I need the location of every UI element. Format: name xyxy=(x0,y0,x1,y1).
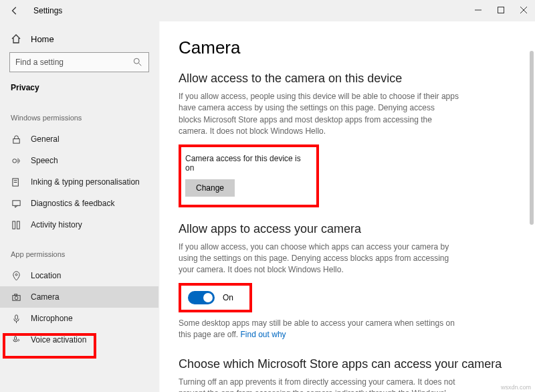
category-heading: Privacy xyxy=(0,80,158,95)
section2-heading: Allow apps to access your camera xyxy=(179,222,506,236)
svg-point-7 xyxy=(12,159,16,163)
annotation-highlight-change: Camera access for this device is on Chan… xyxy=(179,144,319,207)
page-title: Camera xyxy=(179,37,506,58)
search-input[interactable]: Find a setting xyxy=(9,52,149,72)
home-nav[interactable]: Home xyxy=(0,31,158,51)
svg-point-14 xyxy=(15,274,17,276)
back-button[interactable] xyxy=(5,1,24,20)
speech-icon xyxy=(11,155,21,166)
svg-rect-18 xyxy=(15,314,17,319)
arrow-left-icon xyxy=(10,6,19,15)
microphone-icon xyxy=(11,313,21,324)
svg-point-16 xyxy=(15,296,18,300)
section2-desc: If you allow access, you can choose whic… xyxy=(179,241,459,276)
svg-point-4 xyxy=(134,58,139,64)
svg-rect-17 xyxy=(14,294,17,295)
content-pane: Camera Allow access to the camera on thi… xyxy=(158,21,535,392)
feedback-icon xyxy=(11,198,21,209)
divider xyxy=(158,21,160,392)
sidebar-item-activity[interactable]: Activity history xyxy=(0,214,158,235)
section2-note: Some desktop apps may still be able to a… xyxy=(179,318,459,341)
sidebar-item-camera[interactable]: Camera xyxy=(0,286,158,308)
svg-rect-12 xyxy=(12,221,15,228)
scrollbar[interactable] xyxy=(530,51,534,225)
section3-heading: Choose which Microsoft Store apps can ac… xyxy=(179,357,506,371)
toggle-label: On xyxy=(223,293,233,302)
sidebar-item-microphone[interactable]: Microphone xyxy=(0,308,158,329)
minimize-button[interactable] xyxy=(467,0,490,20)
home-label: Home xyxy=(31,34,54,44)
sidebar-item-general[interactable]: General xyxy=(0,128,158,150)
search-placeholder: Find a setting xyxy=(15,58,64,67)
minimize-icon xyxy=(475,7,481,13)
apps-access-toggle[interactable] xyxy=(188,291,215,304)
sidebar-item-diagnostics[interactable]: Diagnostics & feedback xyxy=(0,193,158,214)
close-icon xyxy=(520,7,527,13)
inking-icon xyxy=(11,177,21,187)
annotation-highlight-toggle: On xyxy=(179,283,252,312)
svg-rect-11 xyxy=(12,200,19,205)
sidebar-item-speech[interactable]: Speech xyxy=(0,150,158,171)
watermark: wsxdn.com xyxy=(501,384,531,391)
close-button[interactable] xyxy=(512,0,535,20)
svg-rect-13 xyxy=(17,221,19,228)
find-out-why-link[interactable]: Find out why xyxy=(241,330,286,339)
group-app-permissions: App permissions xyxy=(0,250,158,258)
svg-line-5 xyxy=(139,64,142,66)
camera-icon xyxy=(11,292,21,302)
change-button[interactable]: Change xyxy=(185,179,235,197)
svg-rect-6 xyxy=(13,138,19,143)
voice-icon xyxy=(11,334,21,345)
svg-rect-19 xyxy=(14,336,16,340)
sidebar: Home Find a setting Privacy Windows perm… xyxy=(0,21,158,392)
section1-desc: If you allow access, people using this d… xyxy=(179,91,459,138)
sidebar-item-location[interactable]: Location xyxy=(0,265,158,286)
section3-desc: Turning off an app prevents it from dire… xyxy=(179,377,459,392)
window-title: Settings xyxy=(33,6,62,15)
sidebar-item-voice[interactable]: Voice activation xyxy=(0,329,158,351)
maximize-icon xyxy=(498,7,504,13)
group-windows-permissions: Windows permissions xyxy=(0,114,158,122)
home-icon xyxy=(11,33,21,44)
svg-rect-1 xyxy=(498,7,504,13)
maximize-button[interactable] xyxy=(490,0,512,20)
camera-access-status: Camera access for this device is on xyxy=(185,154,307,173)
sidebar-item-inking[interactable]: Inking & typing personalisation xyxy=(0,171,158,193)
location-icon xyxy=(11,270,21,281)
search-icon xyxy=(132,57,143,68)
section1-heading: Allow access to the camera on this devic… xyxy=(179,72,506,86)
activity-icon xyxy=(11,219,21,230)
lock-icon xyxy=(11,134,21,144)
